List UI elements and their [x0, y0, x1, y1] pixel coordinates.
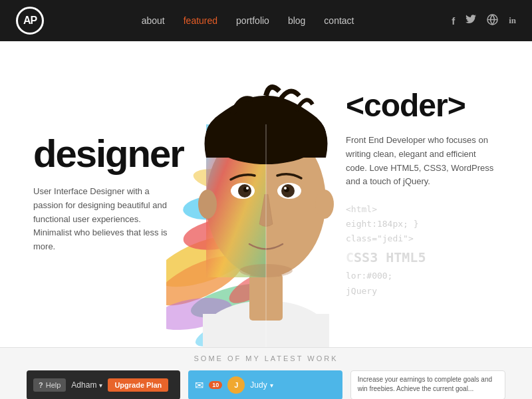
hero-left: designer User Interface Designer with a …: [33, 134, 180, 254]
coder-heading: <coder>: [346, 90, 499, 122]
card-light-description: Increase your earnings to complete goals…: [358, 375, 498, 394]
header: AP about featured portfolio blog contact…: [0, 0, 532, 41]
main-nav: about featured portfolio blog contact: [142, 15, 354, 26]
nav-about[interactable]: about: [142, 15, 165, 26]
hero-section: designer User Interface Designer with a …: [0, 41, 532, 347]
user-avatar: J: [227, 376, 245, 394]
dropdown-arrow: ▾: [99, 382, 102, 389]
help-label: Help: [46, 381, 61, 389]
bottom-section: SOME OF MY LATEST WORK ? Help Adham ▾ Up…: [0, 347, 532, 399]
user-name[interactable]: Adham ▾: [71, 380, 102, 390]
linkedin-icon[interactable]: in: [509, 15, 516, 26]
svg-point-25: [198, 190, 217, 219]
user-label: Adham: [71, 380, 96, 390]
nav-portfolio[interactable]: portfolio: [236, 15, 269, 26]
nav-blog[interactable]: blog: [288, 15, 305, 26]
nav-contact[interactable]: contact: [324, 15, 354, 26]
dribbble-icon[interactable]: [487, 14, 498, 28]
hero-right: <coder> Front End Developer who focuses …: [346, 90, 499, 299]
help-button[interactable]: ? Help: [33, 378, 66, 392]
work-card-3: Increase your earnings to complete goals…: [350, 370, 505, 399]
judy-user[interactable]: Judy ▾: [250, 380, 273, 390]
nav-featured[interactable]: featured: [184, 15, 217, 26]
section-label: SOME OF MY LATEST WORK: [194, 354, 338, 362]
social-icons: f in: [452, 14, 516, 28]
coder-description: Front End Developer who focuses on writi…: [346, 134, 499, 189]
logo[interactable]: AP: [16, 7, 44, 35]
judy-dropdown: ▾: [270, 382, 273, 389]
facebook-icon[interactable]: f: [452, 15, 455, 27]
hero-center-image: [160, 41, 372, 347]
svg-point-26: [315, 190, 334, 219]
svg-point-20: [246, 187, 249, 190]
work-card-2: ✉ 10 J Judy ▾: [188, 370, 342, 399]
mail-icon: ✉: [195, 379, 203, 392]
question-icon: ?: [39, 381, 43, 389]
code-snippet: <html> eight:184px; } class="jedi"> CSS3…: [346, 202, 499, 298]
designer-heading: designer: [33, 134, 180, 173]
upgrade-button[interactable]: Upgrade Plan: [108, 378, 168, 392]
twitter-icon[interactable]: [466, 15, 476, 27]
work-cards: ? Help Adham ▾ Upgrade Plan ✉ 10 J Judy …: [0, 370, 532, 399]
work-card-1: ? Help Adham ▾ Upgrade Plan: [27, 370, 180, 399]
judy-label: Judy: [250, 380, 267, 390]
designer-description: User Interface Designer with a passion f…: [33, 185, 180, 254]
notification-badge: 10: [209, 381, 222, 389]
svg-point-24: [284, 187, 287, 190]
